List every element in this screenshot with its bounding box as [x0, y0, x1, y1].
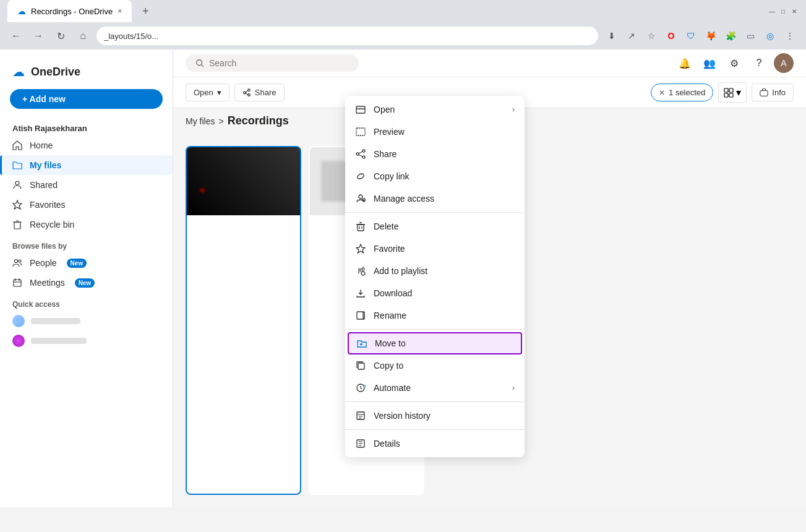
svg-point-18	[362, 156, 365, 158]
menu-item-copy-link[interactable]: Copy link	[345, 165, 525, 187]
menu-copy-link-label: Copy link	[374, 171, 409, 181]
move-to-menu-icon	[356, 338, 367, 349]
svg-rect-15	[356, 106, 365, 113]
context-menu-overlay[interactable]: Open › Preview Share Copy link	[0, 0, 806, 532]
divider-1	[345, 212, 525, 213]
menu-item-delete[interactable]: Delete	[345, 215, 525, 238]
manage-access-menu-icon	[355, 193, 366, 204]
menu-preview-label: Preview	[374, 127, 405, 137]
divider-4	[345, 429, 525, 430]
divider-2	[345, 329, 525, 330]
menu-manage-access-label: Manage access	[374, 194, 434, 204]
version-history-menu-icon	[355, 410, 366, 421]
rename-menu-icon	[355, 310, 366, 321]
menu-details-label: Details	[374, 439, 400, 448]
automate-menu-icon	[355, 382, 366, 393]
svg-rect-16	[356, 128, 365, 135]
menu-automate-label: Automate	[374, 383, 411, 393]
svg-line-21	[359, 155, 362, 157]
share-menu-icon	[355, 148, 366, 160]
menu-item-automate[interactable]: Automate ›	[345, 377, 525, 399]
open-arrow-icon: ›	[512, 105, 515, 114]
svg-point-22	[359, 195, 362, 199]
menu-item-open[interactable]: Open ›	[345, 98, 525, 121]
menu-item-move-to[interactable]: Move to	[348, 332, 522, 354]
menu-item-manage-access[interactable]: Manage access	[345, 187, 525, 210]
menu-item-details[interactable]: Details	[345, 432, 525, 455]
svg-rect-31	[357, 312, 363, 319]
divider-3	[345, 401, 525, 402]
automate-arrow-icon: ›	[512, 384, 515, 392]
svg-point-19	[356, 153, 359, 155]
svg-marker-27	[356, 244, 365, 253]
add-playlist-menu-icon	[355, 265, 366, 277]
menu-item-rename[interactable]: Rename	[345, 304, 525, 327]
svg-rect-35	[358, 363, 364, 369]
menu-move-to-label: Move to	[375, 338, 406, 348]
copy-to-menu-icon	[355, 360, 366, 371]
menu-add-to-playlist-label: Add to playlist	[374, 266, 427, 276]
favorite-menu-icon	[355, 243, 366, 254]
menu-delete-label: Delete	[374, 221, 398, 231]
copy-link-menu-icon	[355, 171, 366, 182]
preview-menu-icon	[355, 126, 366, 137]
menu-share-label: Share	[374, 149, 397, 159]
svg-point-29	[362, 268, 364, 270]
details-menu-icon	[355, 438, 366, 449]
svg-rect-24	[358, 225, 364, 231]
menu-copy-to-label: Copy to	[374, 361, 403, 371]
menu-version-history-label: Version history	[374, 411, 431, 421]
menu-download-label: Download	[374, 288, 412, 298]
context-menu: Open › Preview Share Copy link	[345, 96, 525, 457]
download-menu-icon	[355, 288, 366, 299]
open-menu-icon	[355, 104, 366, 115]
menu-item-share[interactable]: Share	[345, 143, 525, 165]
delete-menu-icon	[355, 221, 366, 232]
menu-rename-label: Rename	[374, 311, 406, 320]
menu-item-add-to-playlist[interactable]: Add to playlist	[345, 260, 525, 282]
menu-favorite-label: Favorite	[374, 244, 405, 254]
menu-item-preview[interactable]: Preview	[345, 121, 525, 143]
svg-line-20	[359, 152, 362, 153]
menu-item-download[interactable]: Download	[345, 282, 525, 304]
svg-point-17	[362, 150, 365, 152]
menu-open-label: Open	[374, 105, 395, 114]
menu-item-version-history[interactable]: Version history	[345, 405, 525, 427]
svg-point-28	[361, 272, 365, 275]
menu-item-favorite[interactable]: Favorite	[345, 238, 525, 260]
menu-item-copy-to[interactable]: Copy to	[345, 354, 525, 377]
